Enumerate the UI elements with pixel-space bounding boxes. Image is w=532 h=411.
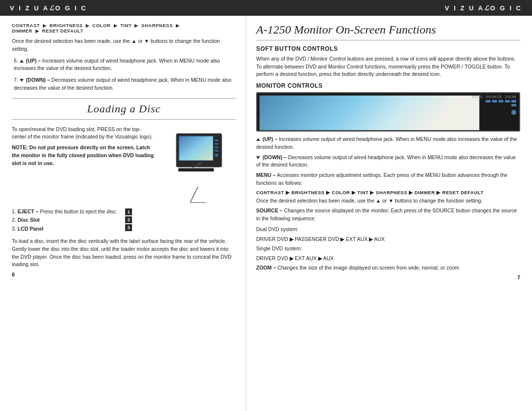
disc-items: 1. EJECT – Press this button to eject th…	[12, 207, 236, 234]
once-selected-text: Once the desired selection has been made…	[256, 197, 520, 205]
monitor-btn-5	[511, 100, 516, 103]
soft-button-heading: SOFT BUTTON CONTROLS	[256, 45, 520, 52]
svg-rect-4	[179, 136, 213, 160]
page-title: A-1250 Monitor On-Screen Functions	[256, 23, 520, 40]
loading-intro-text: To open/reveal the DVD loading slot, PRE…	[12, 126, 155, 141]
bottom-loading-text: To load a disc, insert the the disc vert…	[12, 238, 236, 269]
monitor-label-row: MENU SOURCE ZOOM	[483, 95, 516, 99]
soft-button-text: When any of the DVD / Monitor Control bu…	[256, 55, 520, 78]
single-dvd-label: Single DVD system:	[256, 244, 520, 253]
disc-items-numbers: 1 2 3	[125, 208, 132, 231]
dual-dvd-label: Dual DVD system:	[256, 225, 520, 234]
item-7: 7. (DOWN) – Decreases volume output of w…	[12, 76, 236, 92]
breadcrumb-right: CONTRAST ▶ BRIGHTNESS ▶ COLOR ▶ TINT ▶ S…	[256, 190, 520, 195]
menu-item: MENU – Accesses monitor picture adjustme…	[256, 171, 520, 187]
page-number-right: 7	[256, 274, 520, 280]
badge-1: 1	[125, 208, 132, 215]
monitor-buttons-row	[483, 100, 516, 106]
svg-line-0	[190, 187, 198, 203]
badge-2: 2	[125, 216, 132, 223]
right-column: A-1250 Monitor On-Screen Functions SOFT …	[246, 16, 532, 411]
header-logo-right: V I Z U AℒO G I C	[445, 4, 522, 12]
item-6: 6. (UP) – Increases volume output of wir…	[12, 57, 236, 73]
up-item: (UP) – Increases volume output of wired …	[256, 136, 520, 151]
monitor-screen	[259, 95, 480, 131]
eject-item: 1. EJECT – Press this button to eject th…	[12, 207, 117, 216]
monitor-btn-4	[505, 100, 510, 103]
loading-text-col: To open/reveal the DVD loading slot, PRE…	[12, 126, 155, 205]
monitor-btn-1	[486, 100, 491, 103]
zoom-label: ZOOM	[505, 95, 516, 99]
disc-slot-item: 2. Disc Slot	[12, 216, 117, 225]
loading-content: To open/reveal the DVD loading slot, PRE…	[12, 126, 236, 205]
monitor-btn-2	[492, 100, 497, 103]
section-title-loading: Loading a Disc	[12, 98, 236, 120]
single-dvd-seq: DRIVER DVD ▶ EXT AUX ▶ AUX	[256, 254, 520, 263]
breadcrumb: CONTRAST ▶ BRIGHTNESS ▶ COLOR ▶ TINT ▶ S…	[12, 23, 236, 34]
loading-image-col	[160, 126, 236, 205]
svg-rect-7	[215, 146, 218, 148]
intro-text: Once the desired selection has been made…	[12, 37, 236, 53]
down-item: (DOWN) – Decreases volume output of wire…	[256, 154, 520, 170]
monitor-btn-3	[499, 100, 503, 103]
main-content: CONTRAST ▶ BRIGHTNESS ▶ COLOR ▶ TINT ▶ S…	[0, 16, 532, 411]
monitor-btn-round	[511, 110, 516, 115]
source-label: SOURCE	[486, 95, 502, 99]
dual-dvd-seq: DRIVER DVD ▶ PASSENGER DVD ▶ EXT AUX ▶ A…	[256, 235, 520, 243]
lcd-panel-item: 3. LCD Panel	[12, 225, 117, 234]
menu-label: MENU	[471, 95, 483, 99]
monitor-illustration	[161, 126, 235, 205]
page-container: V I Z U AℒO G I C V I Z U AℒO G I C CONT…	[0, 0, 532, 411]
monitor-controls-heading: MONITOR CONTROLS	[256, 82, 520, 89]
bold-note: NOTE: Do not put pressure directly on th…	[12, 144, 155, 167]
svg-rect-8	[215, 150, 218, 151]
monitor-btn-6	[511, 104, 516, 106]
source-item: SOURCE – Changes the source displayed on…	[256, 207, 520, 223]
left-column: CONTRAST ▶ BRIGHTNESS ▶ COLOR ▶ TINT ▶ S…	[0, 16, 246, 411]
page-number-left: 6	[12, 272, 236, 277]
badge-3: 3	[125, 224, 132, 231]
svg-rect-6	[215, 143, 218, 144]
header-logo-left: V I Z U AℒO G I C	[10, 4, 87, 12]
header-bar: V I Z U AℒO G I C V I Z U AℒO G I C	[0, 0, 532, 16]
monitor-image: MENU SOURCE ZOOM	[256, 92, 520, 132]
zoom-item: ZOOM – Changes the size of the image dis…	[256, 264, 520, 272]
svg-rect-5	[215, 139, 218, 141]
monitor-controls-bar: MENU SOURCE ZOOM	[480, 93, 519, 131]
disc-items-text: 1. EJECT – Press this button to eject th…	[12, 207, 117, 234]
svg-point-9	[215, 153, 218, 156]
